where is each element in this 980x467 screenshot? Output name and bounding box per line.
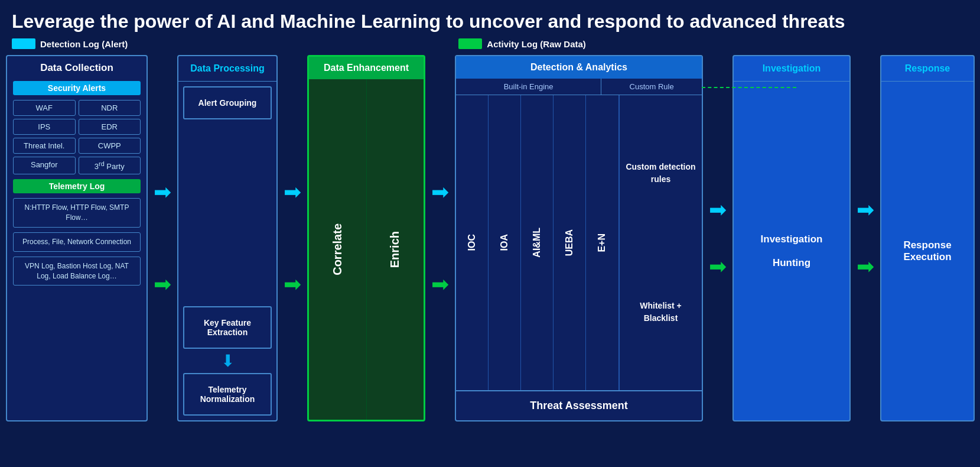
list-item: 3rd Party [79,157,141,174]
detection-analytics-panel: Detection & Analytics Built-in Engine Cu… [455,55,703,421]
cyan-legend-box [12,38,35,49]
down-arrow-icon: ⬇ [183,349,272,373]
data-processing-panel: Data Processing Alert Grouping Key Featu… [177,55,278,421]
aiml-col: AI&ML [521,95,554,390]
arrow-dp-to-de: ➡ ➡ [278,55,307,421]
correlate-col: Correlate [309,79,367,420]
arrow-inv-to-resp: ➡ ➡ [851,55,880,421]
custom-detection-text: Custom detection rules [626,161,696,186]
alert-grouping-box: Alert Grouping [183,86,272,119]
response-body: Response Execution [881,82,974,420]
security-alerts-label: Security Alerts [13,81,141,95]
data-collection-title: Data Collection [13,62,141,74]
green-arrow-icon: ➡ [857,256,874,277]
response-title: Response [881,56,974,82]
da-inner: IOC IOA AI&ML UEBA E+N [456,95,702,390]
cyan-arrow-icon: ➡ [709,199,727,220]
ueba-col: UEBA [554,95,586,390]
data-processing-body: Alert Grouping Key Feature Extraction ⬇ … [178,82,276,420]
list-item: Process, File, Network Connection [13,232,141,252]
telemetry-normalization-box: Telemetry Normalization [183,373,272,416]
list-item: EDR [79,119,141,135]
investigation-item: Investigation [761,234,823,245]
response-panel: Response Response Execution [880,55,975,421]
cyan-arrow-icon: ➡ [154,181,171,203]
da-main-body: IOC IOA AI&ML UEBA E+N [456,95,702,420]
list-item: CWPP [79,138,141,154]
enrich-col: Enrich [367,79,424,420]
da-sub-headers: Built-in Engine Custom Rule [456,79,702,95]
ioa-col: IOA [489,95,521,390]
hunting-item: Hunting [773,257,810,269]
telemetry-log-label: Telemetry Log [13,179,141,193]
green-arrow-icon: ➡ [431,274,449,295]
green-arrow-icon: ➡ [154,274,171,295]
data-enhancement-title: Data Enhancement [309,57,424,79]
detection-analytics-title: Detection & Analytics [456,56,702,79]
security-alerts-grid: WAF NDR IPS EDR Threat Intel. CWPP Sangf… [13,100,141,174]
data-enhancement-panel: Data Enhancement Correlate Enrich [307,55,425,421]
list-item: WAF [13,100,76,116]
custom-rule-area: Custom detection rules Whitelist + Black… [620,95,702,390]
list-item: Threat Intel. [13,138,76,154]
investigation-body: Investigation Hunting [734,82,849,420]
built-in-engine-label: Built-in Engine [456,79,601,95]
ioc-col: IOC [456,95,489,390]
green-arrow-icon: ➡ [284,274,301,295]
whitelist-blacklist-text: Whitelist + Blacklist [626,300,696,325]
investigation-panel: Investigation Investigation Hunting [732,55,851,421]
list-item: Sangfor [13,157,76,174]
list-item: N:HTTP Flow, HTTP Flow, SMTP Flow… [13,198,141,228]
arrow-dc-to-dp: ➡ ➡ [148,55,177,421]
list-item: VPN Log, Bastion Host Log, NAT Log, Load… [13,257,141,286]
threat-assessment-text: Threat Assessment [456,390,702,420]
arrow-de-to-da: ➡ ➡ [425,55,455,421]
cyan-arrow-icon: ➡ [857,199,874,220]
green-arrow-icon: ➡ [709,256,727,277]
response-execution-item: Response Execution [893,239,962,263]
built-in-cols: IOC IOA AI&ML UEBA E+N [456,95,620,390]
custom-rule-label: Custom Rule [601,79,702,95]
cyan-arrow-icon: ➡ [284,181,301,203]
cyan-arrow-icon: ➡ [431,181,449,203]
list-item: NDR [79,100,141,116]
list-item: IPS [13,119,76,135]
main-title: Leverage the power of AI and Machine Lea… [0,0,980,38]
dashed-line [702,87,796,88]
investigation-title: Investigation [734,56,849,82]
data-processing-title: Data Processing [178,56,276,82]
data-enhancement-body: Correlate Enrich [309,79,424,420]
data-collection-panel: Data Collection Security Alerts WAF NDR … [6,55,148,421]
detection-log-legend: Detection Log (Alert) [12,38,128,49]
arrow-da-to-inv: ➡ ➡ [703,55,732,421]
en-col: E+N [586,95,618,390]
green-legend-box [458,38,482,49]
key-feature-extraction-box: Key Feature Extraction [183,306,272,349]
activity-log-legend: Activity Log (Raw Data) [458,38,586,49]
